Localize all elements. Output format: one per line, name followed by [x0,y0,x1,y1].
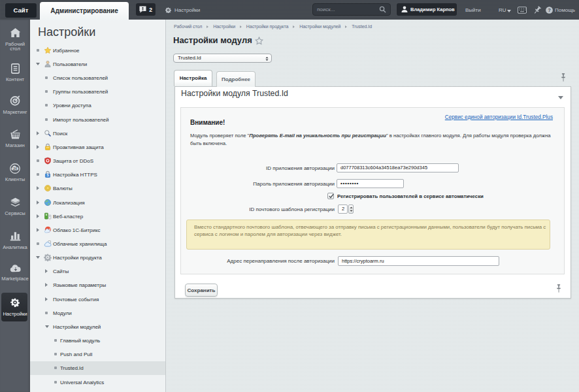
svg-text:?: ? [548,7,551,13]
svg-text:24: 24 [13,167,17,171]
